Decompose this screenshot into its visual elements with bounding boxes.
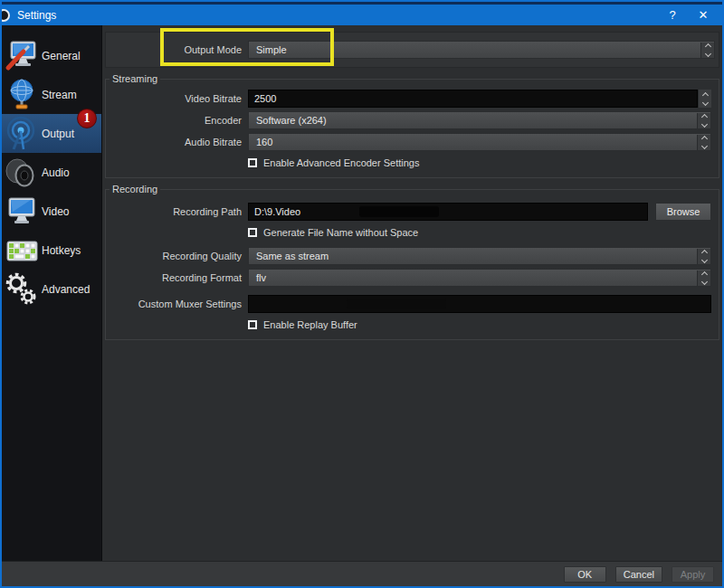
help-button[interactable]: ?	[657, 8, 688, 22]
chevron-up-icon	[700, 135, 707, 141]
sidebar-item-label: Stream	[42, 89, 77, 101]
sidebar-item-general[interactable]: General	[2, 36, 101, 75]
sidebar-item-audio[interactable]: Audio	[2, 153, 101, 192]
output-mode-value: Simple	[256, 44, 700, 55]
spinner[interactable]	[697, 270, 710, 286]
replay-buffer-checkbox-label: Enable Replay Buffer	[263, 319, 357, 330]
recording-format-label: Recording Format	[106, 272, 242, 283]
window-body: General Stream	[2, 25, 722, 561]
encoder-value: Software (x264)	[256, 115, 697, 126]
window-title: Settings	[17, 9, 657, 22]
chevron-down-icon	[700, 120, 707, 127]
footer-bar: OK Cancel Apply	[2, 561, 722, 586]
streaming-group: Streaming Video Bitrate 2500 Enco	[105, 73, 719, 178]
chevron-down-icon	[701, 99, 708, 105]
advanced-encoder-checkbox-label: Enable Advanced Encoder Settings	[263, 157, 419, 168]
advanced-encoder-checkbox[interactable]	[248, 158, 257, 167]
chevron-up-icon	[700, 270, 707, 277]
sidebar-item-label: Advanced	[42, 283, 90, 296]
chevron-up-icon	[700, 249, 707, 255]
globe-network-icon	[2, 79, 42, 111]
replay-buffer-checkbox[interactable]	[248, 320, 257, 329]
spinner[interactable]	[698, 90, 711, 108]
sidebar-item-label: Output	[42, 128, 74, 140]
no-space-checkbox-label: Generate File Name without Space	[263, 227, 418, 238]
sidebar-item-label: General	[42, 50, 81, 62]
chevron-up-icon	[701, 91, 708, 98]
output-mode-label: Output Mode	[106, 44, 242, 55]
chevron-up-icon	[700, 113, 707, 119]
chevron-down-icon	[704, 50, 710, 56]
encoder-label: Encoder	[106, 115, 242, 126]
close-button[interactable]: ✕	[688, 8, 719, 22]
gears-icon	[2, 271, 42, 308]
sidebar-item-output[interactable]: Output 1	[2, 114, 101, 153]
custom-muxer-input[interactable]	[248, 295, 711, 313]
cancel-button[interactable]: Cancel	[615, 566, 662, 583]
audio-bitrate-value: 160	[256, 137, 697, 147]
sidebar-item-hotkeys[interactable]: Hotkeys	[2, 231, 101, 270]
recording-path-label: Recording Path	[106, 206, 242, 217]
custom-muxer-label: Custom Muxer Settings	[106, 299, 242, 309]
audio-bitrate-label: Audio Bitrate	[106, 137, 242, 147]
step-badge: 1	[77, 109, 97, 128]
no-space-checkbox[interactable]	[248, 228, 257, 237]
broadcast-antenna-icon	[2, 116, 42, 152]
recording-quality-value: Same as stream	[256, 251, 697, 261]
settings-content: Output Mode Simple Streaming Video Bitra…	[101, 25, 722, 561]
spinner[interactable]	[697, 113, 710, 128]
sidebar-item-label: Audio	[42, 166, 70, 179]
chevron-down-icon	[700, 142, 707, 148]
settings-window: Settings ? ✕ General	[0, 0, 724, 588]
spinner[interactable]	[697, 249, 710, 264]
redaction-smudge	[347, 299, 446, 309]
titlebar[interactable]: Settings ? ✕	[2, 5, 722, 25]
video-bitrate-value: 2500	[254, 93, 276, 104]
recording-path-value: D:\9.Video	[254, 206, 300, 217]
streaming-group-title: Streaming	[110, 73, 160, 84]
spinner[interactable]	[697, 135, 710, 150]
chevron-up-icon	[704, 43, 710, 49]
spinner[interactable]	[700, 43, 714, 58]
output-mode-row: Output Mode Simple	[105, 32, 719, 68]
sidebar-item-video[interactable]: Video	[2, 192, 101, 231]
redaction-smudge	[359, 206, 439, 217]
recording-quality-select[interactable]: Same as stream	[248, 247, 711, 265]
sidebar: General Stream	[2, 25, 101, 561]
sidebar-item-label: Video	[42, 205, 69, 218]
recording-path-input[interactable]: D:\9.Video	[248, 203, 648, 221]
recording-format-select[interactable]: flv	[248, 269, 711, 287]
obs-logo-icon	[2, 9, 10, 22]
recording-format-value: flv	[256, 272, 697, 283]
monitor-wrench-icon	[2, 40, 42, 72]
keyboard-icon	[2, 234, 42, 267]
recording-group: Recording Recording Path D:\9.Video Brow…	[105, 184, 719, 340]
recording-group-title: Recording	[110, 184, 160, 194]
apply-button[interactable]: Apply	[672, 566, 714, 583]
browse-button[interactable]: Browse	[655, 203, 711, 221]
chevron-down-icon	[700, 256, 707, 262]
monitor-icon	[2, 195, 42, 228]
chevron-down-icon	[700, 278, 707, 284]
speaker-icon	[2, 156, 42, 189]
audio-bitrate-select[interactable]: 160	[248, 133, 711, 151]
sidebar-item-advanced[interactable]: Advanced	[2, 270, 101, 308]
ok-button[interactable]: OK	[564, 566, 606, 583]
recording-quality-label: Recording Quality	[106, 251, 242, 261]
encoder-select[interactable]: Software (x264)	[248, 111, 711, 129]
output-mode-select[interactable]: Simple	[248, 41, 715, 59]
video-bitrate-input[interactable]: 2500	[248, 90, 698, 108]
sidebar-item-label: Hotkeys	[42, 244, 81, 257]
video-bitrate-label: Video Bitrate	[106, 93, 242, 104]
